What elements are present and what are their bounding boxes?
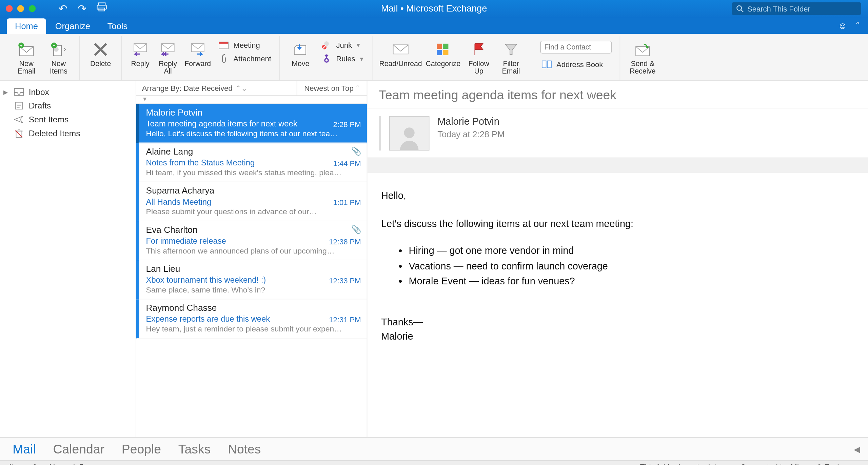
message-item[interactable]: 📎Eva CharltonFor immediate release12:38 … [136,221,367,260]
nav-people[interactable]: People [122,442,161,457]
expand-icon[interactable]: ▶ [3,89,9,95]
paperclip-icon [217,54,230,64]
message-subject: Team meeting agenda items for next week [146,119,361,128]
svg-text:+: + [20,43,23,48]
drafts-icon [14,102,24,110]
new-items-button[interactable]: +NewItems [42,39,75,76]
tab-organize[interactable]: Organize [47,18,98,34]
junk-button[interactable]: Junk▼ [320,40,364,50]
folder-deleted-items[interactable]: Deleted Items [0,126,136,140]
arrange-bar[interactable]: Arrange By: Date Received⌃⌄ Newest on To… [136,81,367,96]
new-email-button[interactable]: +NewEmail [11,39,43,76]
svg-text:+: + [53,43,55,48]
message-time: 12:31 PM [329,316,361,324]
meeting-button[interactable]: Meeting [217,40,271,50]
paperclip-icon: 📎 [351,225,361,234]
delete-button[interactable]: Delete [84,39,117,68]
junk-icon [320,40,333,50]
body-bullet: Hiring — got one more vendor in mind [409,244,854,258]
message-list: Arrange By: Date Received⌃⌄ Newest on To… [136,81,368,437]
body-bullet: Vacations — need to confirm launch cover… [409,260,854,274]
search-box[interactable]: Search This Folder [732,2,861,15]
follow-up-button[interactable]: FollowUp [463,39,495,76]
ribbon: +NewEmail +NewItems Delete Reply ReplyAl… [0,34,868,81]
message-from: Lan Lieu [146,264,361,274]
tab-home[interactable]: Home [7,18,46,34]
read-unread-button[interactable]: Read/Unread [378,39,424,68]
message-item[interactable]: Malorie PotvinTeam meeting agenda items … [136,104,367,143]
minimize-icon[interactable] [17,5,24,12]
status-bar: Items: 6 Unread: 5 This folder is up to … [0,460,868,465]
message-item[interactable]: 📎Alaine LangNotes from the Status Meetin… [136,143,367,182]
nav-bar: MailCalendarPeopleTasksNotes ◀ [0,437,868,460]
undo-icon[interactable]: ↶ [59,2,67,15]
attachment-button[interactable]: Attachment [217,54,271,64]
svg-line-4 [741,9,743,12]
message-preview: Hello, Let's discuss the following items… [146,129,361,138]
quick-access-toolbar: ↶ ↷ [59,2,107,15]
move-button[interactable]: Move [284,39,317,68]
categorize-button[interactable]: Categorize [423,39,462,68]
calendar-icon [217,40,230,50]
message-time: 1:01 PM [333,198,361,207]
svg-rect-23 [437,44,442,49]
group-collapse[interactable]: ▼ [136,96,367,104]
search-icon [736,5,744,12]
address-book-button[interactable]: Address Book [540,59,612,70]
folder-inbox[interactable]: ▶Inbox [0,85,136,99]
deleted-icon [14,129,24,137]
rules-button[interactable]: Rules▼ [320,54,364,64]
svg-rect-22 [393,45,408,54]
message-preview: Same place, same time. Who's in? [146,286,361,294]
reply-button[interactable]: Reply [126,39,154,68]
message-from: Eva Charlton [146,225,361,235]
forward-button[interactable]: Forward [182,39,214,68]
redo-icon[interactable]: ↷ [78,2,86,15]
title-bar: ↶ ↷ Mail • Microsoft Exchange Search Thi… [0,0,868,17]
folder-sent-items[interactable]: Sent Items [0,113,136,126]
reading-from: Malorie Potvin [437,116,505,127]
svg-rect-18 [219,42,228,44]
book-icon [540,59,553,70]
nav-tasks[interactable]: Tasks [178,442,211,457]
window-title: Mail • Microsoft Exchange [381,3,487,14]
smiley-icon[interactable]: ☺ [838,21,847,32]
sent-icon [14,116,24,124]
message-preview: Hey team, just a reminder to please subm… [146,325,361,333]
close-icon[interactable] [6,5,13,12]
message-time: 12:38 PM [329,237,361,246]
reply-all-button[interactable]: ReplyAll [154,39,181,76]
window-controls [6,5,36,12]
folder-pane: ▶InboxDraftsSent ItemsDeleted Items [0,81,136,437]
print-icon[interactable] [97,2,107,15]
message-subject: Notes from the Status Meeting [146,158,361,167]
rules-icon [320,54,333,64]
svg-line-36 [16,130,22,137]
maximize-icon[interactable] [29,5,36,12]
message-item[interactable]: Lan LieuXbox tournament this weekend! :)… [136,260,367,299]
nav-calendar[interactable]: Calendar [53,442,104,457]
status-items: Items: 6 [9,463,37,465]
svg-point-3 [737,5,742,10]
paperclip-icon: 📎 [351,146,361,156]
tab-tools[interactable]: Tools [99,18,136,34]
svg-point-37 [404,127,415,138]
message-from: Malorie Potvin [146,107,361,118]
nav-expand-icon[interactable]: ◀ [854,444,860,453]
send-receive-button[interactable]: Send &Receive [625,39,660,76]
find-contact-input[interactable] [540,41,612,53]
filter-email-button[interactable]: FilterEmail [495,39,527,76]
message-subject: All Hands Meeting [146,197,361,206]
message-from: Suparna Acharya [146,186,361,196]
message-time: 2:28 PM [333,120,361,128]
message-item[interactable]: Raymond ChasseExpense reports are due th… [136,299,367,338]
message-preview: Please submit your questions in advance … [146,207,361,216]
status-unread: Unread: 5 [50,463,84,465]
nav-mail[interactable]: Mail [13,442,36,457]
search-placeholder: Search This Folder [747,4,810,13]
message-from: Raymond Chasse [146,303,361,313]
collapse-ribbon-icon[interactable]: ˄ [855,21,860,32]
message-item[interactable]: Suparna AcharyaAll Hands Meeting1:01 PMP… [136,182,367,221]
folder-drafts[interactable]: Drafts [0,99,136,113]
nav-notes[interactable]: Notes [228,442,261,457]
